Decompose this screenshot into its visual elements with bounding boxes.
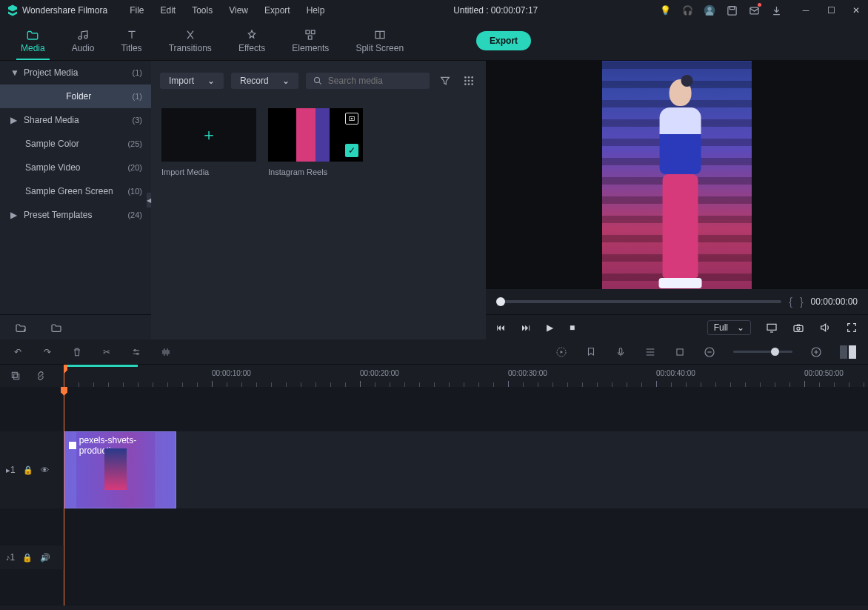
close-icon[interactable]: ✕ — [850, 4, 862, 16]
tab-titles[interactable]: Titles — [107, 21, 155, 60]
mail-icon[interactable] — [748, 4, 760, 16]
add-folder-icon[interactable] — [15, 322, 27, 333]
delete-icon[interactable] — [71, 346, 83, 358]
tab-split-screen[interactable]: Split Screen — [342, 21, 417, 60]
filter-icon[interactable] — [437, 75, 453, 87]
sidebar-item-sample-green-screen[interactable]: Sample Green Screen(10) — [0, 179, 151, 203]
scrub-handle[interactable] — [496, 297, 505, 306]
menu-help[interactable]: Help — [299, 2, 333, 19]
ruler-mark: 00:00:30:00 — [508, 369, 547, 382]
tab-media[interactable]: Media — [7, 21, 59, 60]
record-dropdown[interactable]: Record⌄ — [231, 73, 298, 89]
account-icon[interactable] — [704, 4, 715, 16]
undo-icon[interactable]: ↶ — [12, 346, 24, 358]
tab-label: Media — [21, 43, 45, 53]
menu-edit[interactable]: Edit — [153, 2, 184, 19]
adjust-icon[interactable] — [130, 346, 142, 358]
crop-icon[interactable] — [674, 346, 686, 358]
svg-rect-7 — [306, 30, 310, 34]
eye-icon[interactable]: 👁 — [41, 465, 49, 474]
tab-transitions[interactable]: Transitions — [156, 21, 225, 60]
zoom-handle[interactable] — [771, 348, 779, 356]
audio-track-lane[interactable] — [64, 546, 868, 569]
headphones-icon[interactable]: 🎧 — [681, 4, 693, 16]
import-media-thumb[interactable]: ＋ — [161, 108, 256, 162]
audio-track-head: ♪1 🔒 🔊 — [0, 546, 64, 569]
scrub-track[interactable] — [496, 300, 781, 303]
menu-file[interactable]: File — [122, 2, 151, 19]
export-button[interactable]: Export — [476, 31, 531, 50]
volume-icon[interactable] — [819, 322, 831, 334]
media-item-clip[interactable]: ✓ Instagram Reels — [268, 108, 363, 176]
tab-effects[interactable]: Effects — [225, 21, 278, 60]
tab-audio[interactable]: Audio — [59, 21, 108, 60]
preview-quality-dropdown[interactable]: Full⌄ — [707, 320, 751, 335]
speaker-icon[interactable]: 🔊 — [40, 553, 50, 563]
prev-frame-icon[interactable]: ⏮ — [496, 322, 505, 333]
mark-out-icon[interactable]: } — [800, 296, 804, 308]
grid-view-icon[interactable] — [461, 75, 477, 87]
menu-export[interactable]: Export — [257, 2, 298, 19]
duplicate-track-icon[interactable] — [10, 371, 21, 381]
lightbulb-icon[interactable]: 💡 — [659, 4, 671, 16]
redo-icon[interactable]: ↷ — [41, 346, 53, 358]
lock-icon[interactable]: 🔒 — [23, 465, 33, 475]
sidebar-item-preset-templates[interactable]: ▶Preset Templates(24) — [0, 203, 151, 227]
download-icon[interactable] — [770, 4, 782, 16]
maximize-icon[interactable]: ☐ — [825, 4, 837, 16]
search-media[interactable] — [306, 73, 430, 89]
main-tabs: Media Audio Titles Transitions Effects E… — [0, 21, 868, 61]
timeline-clip[interactable]: pexels-shvets-productio — [64, 431, 176, 508]
sidebar-item-project-media[interactable]: ▼Project Media(1) — [0, 61, 151, 84]
marker-icon[interactable] — [585, 346, 597, 358]
minimize-icon[interactable]: ─ — [800, 4, 812, 16]
stop-icon[interactable]: ■ — [570, 322, 575, 333]
folder-icon — [26, 28, 39, 42]
playhead-line[interactable] — [64, 387, 64, 606]
svg-rect-23 — [794, 325, 803, 331]
collapse-handle[interactable]: ◀ — [147, 193, 151, 208]
split-icon[interactable]: ✂ — [101, 346, 113, 358]
audio-wave-icon[interactable] — [160, 346, 172, 358]
menu-tools[interactable]: Tools — [184, 2, 220, 19]
timeline-body: ▸1 🔒 👁 pexels-shvets-productio ♪1 🔒 🔊 — [0, 387, 868, 606]
svg-point-14 — [471, 76, 473, 79]
playhead[interactable] — [64, 365, 64, 387]
lock-icon[interactable]: 🔒 — [22, 553, 33, 563]
sidebar-item-folder[interactable]: Folder(1) — [0, 84, 151, 108]
tab-elements[interactable]: Elements — [278, 21, 342, 60]
play-icon[interactable]: ▶ — [547, 322, 553, 333]
audio-mixer-icon[interactable] — [644, 346, 656, 358]
zoom-out-icon[interactable] — [704, 346, 715, 358]
ruler-mark: 00:00:40:00 — [656, 369, 695, 382]
media-clip-thumb[interactable]: ✓ — [268, 108, 363, 162]
render-icon[interactable] — [555, 346, 567, 358]
save-icon[interactable] — [726, 4, 738, 16]
sidebar-item-sample-video[interactable]: Sample Video(20) — [0, 156, 151, 179]
next-frame-icon[interactable]: ⏭ — [521, 322, 530, 333]
sidebar-item-sample-color[interactable]: Sample Color(25) — [0, 132, 151, 156]
sidebar-item-shared-media[interactable]: ▶Shared Media(3) — [0, 108, 151, 132]
import-dropdown[interactable]: Import⌄ — [160, 73, 224, 89]
mark-in-icon[interactable]: { — [789, 296, 792, 308]
preview-viewport[interactable] — [486, 61, 868, 289]
display-icon[interactable] — [766, 322, 778, 333]
link-icon[interactable] — [36, 371, 46, 381]
media-item-import[interactable]: ＋ Import Media — [161, 108, 256, 176]
svg-point-19 — [468, 83, 470, 85]
menu-view[interactable]: View — [221, 2, 256, 19]
ruler-mark: 00:00:10:00 — [212, 369, 251, 382]
zoom-in-icon[interactable] — [810, 346, 822, 358]
text-icon — [125, 28, 138, 42]
timeline-ruler[interactable]: 00:00:10:00 00:00:20:00 00:00:30:00 00:0… — [64, 365, 868, 387]
folder-icon[interactable] — [50, 322, 62, 333]
video-track-lane[interactable]: pexels-shvets-productio — [64, 431, 868, 508]
snapshot-icon[interactable] — [792, 322, 804, 333]
music-icon — [76, 28, 90, 42]
timeline-view-toggle[interactable] — [840, 345, 856, 359]
zoom-slider[interactable] — [733, 351, 792, 353]
voiceover-icon[interactable] — [615, 346, 627, 358]
search-input[interactable] — [328, 76, 422, 86]
audio-track-row: ♪1 🔒 🔊 — [0, 546, 868, 569]
fullscreen-icon[interactable] — [846, 322, 858, 334]
